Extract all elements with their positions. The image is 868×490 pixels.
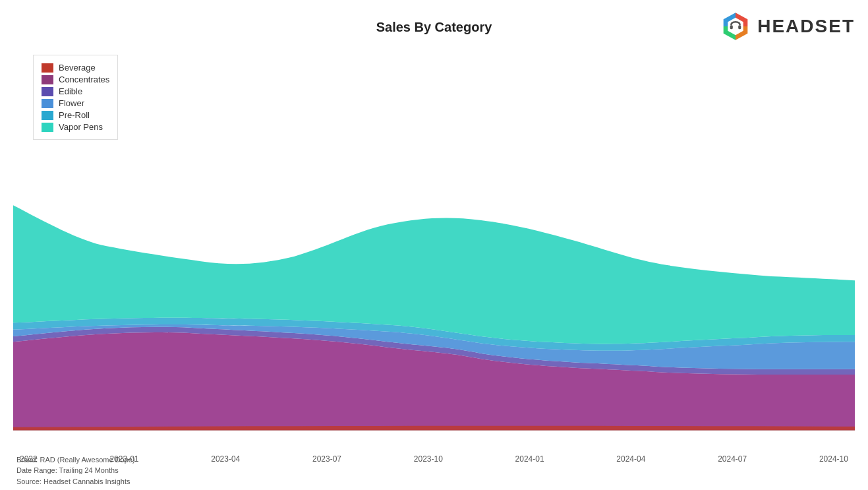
legend-label-beverage: Beverage [59,63,96,73]
legend-item-concentrates: Concentrates [42,75,109,84]
legend-item-vapor-pens: Vapor Pens [42,122,109,132]
x-label-6: 2024-04 [616,454,645,464]
legend-color-edible [42,87,53,96]
headset-logo-icon [719,10,752,43]
footer-brand: Brand: RAD (Really Awesome Dope) [16,454,135,466]
x-label-5: 2024-01 [515,454,544,464]
legend-label-flower: Flower [59,98,84,108]
legend-label-concentrates: Concentrates [59,75,109,84]
x-axis-labels: 2022 2023-01 2023-04 2023-07 2023-10 202… [13,454,855,464]
legend-item-preroll: Pre-Roll [42,110,109,120]
footer-info: Brand: RAD (Really Awesome Dope) Date Ra… [16,454,135,487]
legend-label-preroll: Pre-Roll [59,110,90,120]
legend-item-beverage: Beverage [42,63,109,73]
x-label-8: 2024-10 [819,454,848,464]
svg-rect-2 [730,25,733,29]
legend-color-beverage [42,63,53,73]
legend-label-vapor-pens: Vapor Pens [59,122,103,132]
footer-date-range: Date Range: Trailing 24 Months [16,465,135,476]
legend-color-concentrates [42,75,53,84]
legend-label-edible: Edible [59,86,82,96]
logo: HEADSET [719,10,855,43]
legend-color-preroll [42,111,53,120]
svg-rect-3 [738,25,741,29]
logo-text: HEADSET [757,16,855,37]
legend: Beverage Concentrates Edible Flower Pre-… [33,55,118,140]
x-label-3: 2023-07 [312,454,341,464]
legend-item-edible: Edible [42,86,109,96]
x-label-4: 2023-10 [414,454,443,464]
x-label-2: 2023-04 [211,454,240,464]
legend-color-vapor-pens [42,123,53,132]
chart-area: Beverage Concentrates Edible Flower Pre-… [13,48,855,431]
footer-source: Source: Headset Cannabis Insights [16,476,135,487]
area-chart [13,48,855,431]
legend-color-flower [42,99,53,108]
x-label-7: 2024-07 [718,454,747,464]
legend-item-flower: Flower [42,98,109,108]
